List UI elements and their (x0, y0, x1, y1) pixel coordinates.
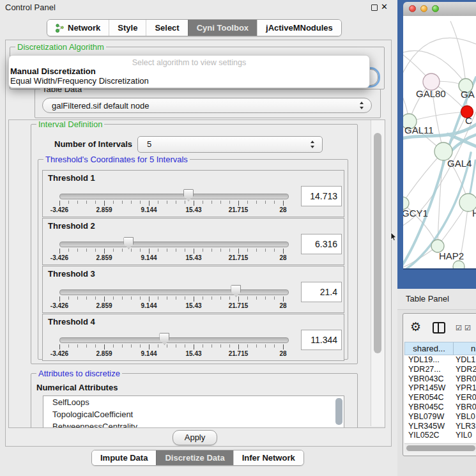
table-row[interactable]: YBR043CYBR0 (404, 374, 476, 384)
scale-tick (238, 296, 239, 302)
scale-tick (95, 344, 96, 348)
minimize-traffic-light[interactable] (420, 5, 427, 12)
threshold-value-field[interactable]: 6.316 (301, 234, 342, 254)
node-label-ga: GA (461, 89, 475, 100)
node-label-gal11: GAL11 (404, 125, 434, 135)
threshold-scale: -3.4262.8599.14415.4321.71528 (43, 314, 344, 360)
tab-impute-data[interactable]: Impute Data (92, 450, 156, 465)
table-row[interactable]: YLR345WYLR3 (404, 422, 476, 431)
tab-jactivemnodules[interactable]: jActiveMNodules (257, 20, 341, 36)
column-header-shared-name[interactable]: shared... (405, 344, 453, 353)
table-data-combo[interactable]: galFiltered.sif default node (42, 98, 372, 113)
scale-tick (274, 296, 275, 300)
table-row[interactable]: YDL19...YDL1 (404, 355, 476, 365)
close-icon[interactable]: ✕ (381, 2, 388, 12)
columns-icon[interactable] (433, 322, 445, 334)
table-cell: YLR3 (456, 422, 475, 431)
tab-discretize-data[interactable]: Discretize Data (156, 450, 233, 465)
scale-tick (140, 249, 141, 252)
interval-definition-label: Interval Definition (36, 119, 104, 129)
node-partial-bottom[interactable] (453, 261, 464, 268)
scrollbar-thumb[interactable] (406, 445, 475, 451)
panel-title: Control Panel (5, 3, 56, 12)
scale-tick (203, 249, 203, 252)
tab-select-label: Select (155, 23, 179, 33)
vertical-scrollbar[interactable] (371, 120, 385, 426)
number-of-intervals-combo[interactable]: 5 (137, 136, 323, 153)
network-canvas[interactable]: GAL80 GA C GAL11 GAL4 GCY1 H HAP2 (403, 16, 476, 270)
horizontal-scrollbar[interactable] (404, 443, 476, 452)
scale-tick-label: 2.859 (96, 254, 112, 261)
list-item[interactable]: SelfLoops (43, 396, 344, 408)
threshold-panel: Threshold 3 -3.4262.8599.14415.4321.7152… (42, 266, 344, 313)
tab-network[interactable]: Network (47, 20, 109, 36)
zoom-traffic-light[interactable] (432, 5, 439, 12)
threshold-scale: -3.4262.8599.14415.4321.71528 (43, 219, 344, 265)
close-traffic-light[interactable] (409, 5, 416, 12)
tab-infer-network[interactable]: Infer Network (233, 450, 303, 465)
scale-tick (283, 201, 284, 206)
float-window-icon[interactable] (371, 4, 378, 11)
scale-tick (220, 296, 221, 300)
tab-select[interactable]: Select (146, 20, 187, 36)
table-row[interactable]: YER054CYER0 (404, 393, 476, 403)
tab-style[interactable]: Style (109, 20, 146, 36)
control-panel-titlebar: Control Panel ✕ (0, 0, 397, 15)
table-row[interactable]: YIL052CYIL0 (404, 431, 476, 440)
scale-tick (131, 296, 132, 300)
scale-tick (122, 201, 123, 204)
threshold-value-field[interactable]: 14.713 (301, 186, 342, 206)
scale-tick (256, 201, 257, 204)
table-row[interactable]: YDR27...YDR2 (404, 365, 476, 374)
scale-tick (194, 249, 194, 254)
scale-tick-label: 21.715 (229, 302, 249, 309)
menu-item-equal-width-frequency[interactable]: Equal Width/Frequency Discretization (10, 76, 149, 86)
table-row[interactable]: YBL079WYBL0 (404, 412, 476, 422)
list-item[interactable]: TopologicalCoefficient (43, 408, 344, 420)
tab-cyni-toolbox[interactable]: Cyni Toolbox (188, 20, 257, 36)
scale-tick (265, 201, 266, 204)
table-row[interactable]: YBR045CYBR0 (404, 403, 476, 412)
table-row[interactable]: YPR145WYPR1 (404, 383, 476, 393)
scrollbar-thumb[interactable] (374, 133, 381, 353)
scale-tick-label: 2.859 (96, 302, 112, 309)
scale-tick (113, 201, 114, 204)
scale-tick (167, 249, 167, 252)
scale-tick (59, 296, 60, 302)
scale-tick (265, 249, 266, 252)
gear-icon[interactable]: ⚙ (410, 319, 421, 334)
apply-button[interactable]: Apply (173, 430, 217, 445)
column-divider[interactable] (453, 342, 454, 355)
scale-tick (220, 249, 221, 252)
list-scrollbar-thumb[interactable] (335, 398, 342, 425)
scale-tick (149, 296, 150, 302)
threshold-value-field[interactable]: 11.344 (301, 330, 342, 350)
tab-discretize-data-label: Discretize Data (165, 453, 224, 463)
list-item[interactable]: BetweennessCentrality (43, 420, 344, 428)
node-label-gcy1: GCY1 (403, 208, 428, 219)
scale-tick-label: -3.426 (50, 302, 68, 309)
scale-tick (185, 201, 185, 204)
scale-tick-label: 9.144 (141, 206, 157, 213)
threshold-value-field[interactable]: 21.4 (301, 282, 342, 302)
checkbox-checked-icon[interactable]: ☑ (456, 324, 462, 332)
checkbox-checked-icon[interactable]: ☑ (464, 324, 471, 332)
table-header-row: shared... n... (404, 342, 476, 355)
tab-impute-data-label: Impute Data (100, 453, 148, 463)
scale-tick (256, 344, 257, 348)
table-cell: YBR0 (456, 374, 476, 383)
network-window-titlebar[interactable] (403, 2, 476, 17)
table-toolbar: ⚙ ☑ ☑ (403, 314, 476, 341)
scale-tick (131, 201, 132, 204)
scale-tick (122, 249, 123, 252)
menu-item-manual-discretization[interactable]: Manual Discretization (10, 66, 96, 76)
scale-tick (68, 249, 69, 252)
column-header-name[interactable]: n... (471, 344, 476, 353)
scale-tick (176, 344, 176, 348)
scale-tick (203, 344, 203, 348)
scale-tick (131, 249, 132, 252)
numerical-attributes-list: SelfLoops TopologicalCoefficient Between… (43, 395, 344, 428)
scale-tick (131, 344, 132, 348)
table-cell: YPR1 (456, 383, 476, 392)
scale-tick (86, 201, 87, 204)
